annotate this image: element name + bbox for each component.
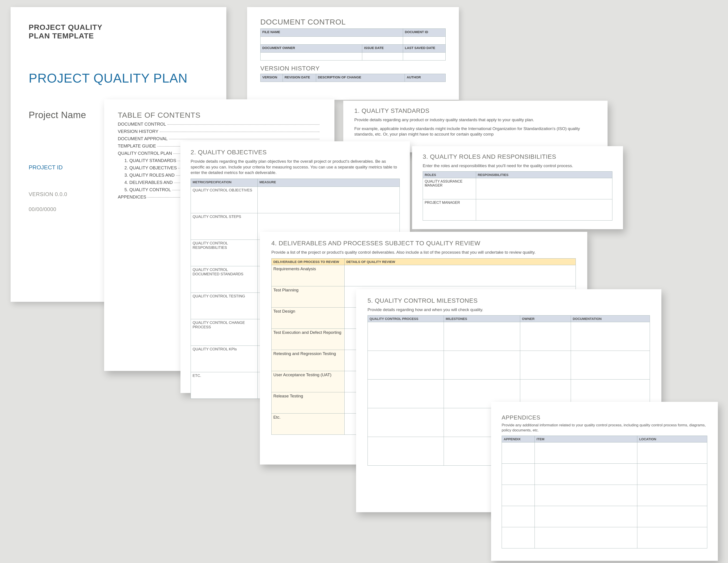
toc-item-label: 3. QUALITY ROLES AND — [124, 173, 175, 178]
toc-item-label: 1. QUALITY STANDARDS — [124, 158, 176, 163]
milestones-intro: Provide details regarding how and when y… — [368, 307, 650, 313]
metric-cell: QUALITY CONTROL DOCUMENTED STANDARDS — [191, 266, 258, 293]
toc-item[interactable]: DOCUMENT CONTROL — [118, 122, 321, 127]
metric-cell: QUALITY CONTROL OBJECTIVES — [191, 186, 258, 213]
appendices-heading: APPENDICES — [502, 414, 707, 421]
metric-cell: QUALITY CONTROL RESPONSIBILITIES — [191, 239, 258, 266]
appendix-cell[interactable] — [502, 485, 535, 506]
appendix-cell[interactable] — [502, 463, 535, 485]
table-row: QUALITY CONTROL OBJECTIVES — [191, 186, 400, 213]
milestones-col1: QUALITY CONTROL PROCESS — [368, 315, 444, 322]
resp-cell[interactable] — [476, 178, 612, 199]
location-cell[interactable] — [637, 527, 707, 548]
measure-cell[interactable] — [258, 186, 400, 213]
appendices-table: APPENDIX ITEM LOCATION — [502, 436, 707, 548]
table-row — [502, 506, 707, 527]
process-cell[interactable] — [368, 437, 444, 465]
toc-item-label: DOCUMENT CONTROL — [118, 122, 166, 127]
table-row — [502, 463, 707, 485]
deliverables-col2: DETAILS OF QUALITY REVIEW — [344, 258, 576, 265]
vh-desc-header: DESCRIPTION OF CHANGE — [316, 74, 405, 82]
toc-item-label: DOCUMENT APPROVAL — [118, 136, 168, 141]
doc-id-cell[interactable] — [403, 37, 446, 45]
table-row — [502, 527, 707, 548]
milestone-cell[interactable] — [444, 322, 520, 351]
owner-cell[interactable] — [520, 351, 571, 379]
vh-version-header: VERSION — [261, 74, 283, 82]
doc-control-table: FILE NAMEDOCUMENT ID DOCUMENT OWNERISSUE… — [260, 28, 446, 60]
item-cell[interactable] — [535, 442, 637, 463]
appendix-cell[interactable] — [502, 527, 535, 548]
location-cell[interactable] — [637, 485, 707, 506]
milestone-cell[interactable] — [444, 351, 520, 379]
deliverable-cell: Requirements Analysis — [272, 265, 345, 286]
file-name-header: FILE NAME — [261, 29, 403, 37]
process-cell[interactable] — [368, 322, 444, 351]
deliverable-cell: Etc. — [272, 413, 345, 435]
objectives-intro: Provide details regarding the quality pl… — [191, 158, 400, 175]
table-row — [368, 322, 650, 351]
location-cell[interactable] — [637, 506, 707, 527]
roles-col2: RESPONSIBILITIES — [476, 171, 612, 178]
item-cell[interactable] — [535, 527, 637, 548]
roles-table: ROLESRESPONSIBILITIES QUALITY ASSURANCE … — [423, 171, 612, 220]
toc-item-label: 5. QUALITY CONTROL — [124, 187, 171, 192]
standards-body2: For example, applicable industry standar… — [354, 126, 597, 137]
doc-owner-header: DOCUMENT OWNER — [261, 45, 362, 53]
process-cell[interactable] — [368, 408, 444, 437]
appendix-cell[interactable] — [502, 506, 535, 527]
doc-cell[interactable] — [571, 322, 650, 351]
owner-cell[interactable] — [520, 322, 571, 351]
doc-owner-cell[interactable] — [261, 53, 362, 60]
issue-date-cell[interactable] — [362, 53, 403, 60]
toc-item-label: 4. DELIVERABLES AND — [124, 180, 173, 185]
role-cell: PROJECT MANAGER — [423, 199, 476, 220]
objectives-col1: METRIC/SPECIFICATION — [191, 179, 258, 186]
deliverable-cell: User Acceptance Testing (UAT) — [272, 371, 345, 392]
toc-item-label: 2. QUALITY OBJECTIVES — [124, 165, 177, 170]
location-cell[interactable] — [637, 442, 707, 463]
toc-item-label: QUALITY CONTROL PLAN — [118, 151, 172, 156]
version-history-table: VERSION REVISION DATE DESCRIPTION OF CHA… — [260, 74, 446, 82]
appendices-page: APPENDICES Provide any additional inform… — [491, 402, 718, 561]
metric-cell: QUALITY CONTROL CHANGE PROCESS — [191, 319, 258, 346]
metric-cell: QUALITY CONTROL STEPS — [191, 213, 258, 239]
deliverables-intro: Provide a list of the project or product… — [271, 249, 576, 255]
page-title: PROJECT QUALITY PLAN — [29, 71, 208, 85]
details-cell[interactable] — [344, 265, 576, 286]
kicker-line-1: PROJECT QUALITY — [29, 23, 208, 32]
process-cell[interactable] — [368, 351, 444, 379]
location-cell[interactable] — [637, 463, 707, 485]
table-row — [502, 442, 707, 463]
appendix-cell[interactable] — [502, 442, 535, 463]
role-cell: QUALITY ASSURANCE MANAGER — [423, 178, 476, 199]
doc-cell[interactable] — [571, 351, 650, 379]
table-row — [368, 351, 650, 379]
item-cell[interactable] — [535, 506, 637, 527]
item-cell[interactable] — [535, 485, 637, 506]
deliverable-cell: Test Execution and Defect Reporting — [272, 329, 345, 350]
deliverables-col1: DELIVERABLE OR PROCESS TO REVIEW — [272, 258, 345, 265]
table-row: Requirements Analysis — [272, 265, 576, 286]
appendices-col2: ITEM — [535, 436, 637, 442]
resp-cell[interactable] — [476, 199, 612, 220]
metric-cell: QUALITY CONTROL KPIs — [191, 346, 258, 372]
kicker-line-2: PLAN TEMPLATE — [29, 32, 208, 40]
objectives-col2: MEASURE — [258, 179, 400, 186]
appendices-col3: LOCATION — [637, 436, 707, 442]
last-saved-cell[interactable] — [403, 53, 446, 60]
file-name-cell[interactable] — [261, 37, 403, 45]
vh-revdate-header: REVISION DATE — [283, 74, 316, 82]
roles-page: 3. QUALITY ROLES AND RESPONSIBILITIES En… — [412, 146, 623, 229]
process-cell[interactable] — [368, 379, 444, 408]
appendices-col1: APPENDIX — [502, 436, 535, 442]
toc-item-label: APPENDICES — [118, 194, 146, 199]
toc-heading: TABLE OF CONTENTS — [118, 111, 321, 119]
appendices-intro: Provide any additional information relat… — [502, 423, 707, 433]
milestones-col2: MILESTONES — [444, 315, 520, 322]
deliverable-cell: Test Design — [272, 307, 345, 329]
toc-item[interactable]: VERSION HISTORY — [118, 129, 321, 134]
vh-author-header: AUTHOR — [405, 74, 446, 82]
toc-item[interactable]: DOCUMENT APPROVAL — [118, 136, 321, 141]
item-cell[interactable] — [535, 463, 637, 485]
